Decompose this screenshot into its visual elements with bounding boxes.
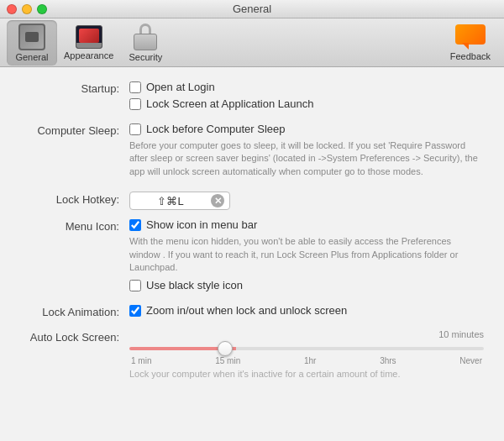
toolbar-item-general[interactable]: General [7,20,57,66]
auto-lock-row: Auto Lock Screen: 10 minutes 1 min 15 mi… [20,329,484,379]
show-icon-label: Show icon in menu bar [146,218,257,231]
slider-thumb[interactable] [218,341,233,356]
open-at-login-row: Open at Login [129,81,484,93]
computer-sleep-row: Computer Sleep: Lock before Computer Sle… [20,123,484,183]
tick-15min: 15 min [215,356,240,365]
sleep-helper-text: Before your computer goes to sleep, it w… [129,139,484,178]
slider-hint: Lock your computer when it's inactive fo… [129,369,484,379]
minimize-button[interactable] [22,4,32,14]
feedback-icon [455,24,486,50]
general-icon [18,24,45,50]
slider-container: 10 minutes 1 min 15 min 1hr 3hrs Never L… [129,329,484,379]
toolbar-item-appearance[interactable]: Appearance [57,22,120,64]
lock-animation-row: Lock Animation: Zoom in/out when lock an… [20,304,484,321]
auto-lock-label: Auto Lock Screen: [20,329,129,344]
security-icon [134,24,157,50]
zoom-animation-checkbox[interactable] [129,305,141,317]
tick-3hrs: 3hrs [380,356,396,365]
lock-hotkey-content: ⇧⌘L ✕ [129,192,484,210]
hotkey-value: ⇧⌘L [135,195,206,207]
menu-icon-row: Menu Icon: Show icon in menu bar With th… [20,218,484,296]
auto-lock-content: 10 minutes 1 min 15 min 1hr 3hrs Never L… [129,329,484,379]
menu-icon-label: Menu Icon: [20,218,129,233]
zoom-animation-label: Zoom in/out when lock and unlock screen [146,304,347,317]
hotkey-clear-button[interactable]: ✕ [211,194,224,207]
lock-hotkey-label: Lock Hotkey: [20,192,129,206]
slider-track [129,341,484,356]
toolbar-item-feedback[interactable]: Feedback [444,21,497,65]
title-bar: General [0,0,504,18]
startup-content: Open at Login Lock Screen at Application… [129,81,484,114]
slider-value: 10 minutes [129,329,484,339]
toolbar-security-label: Security [129,52,162,62]
computer-sleep-label: Computer Sleep: [20,123,129,137]
lock-animation-label: Lock Animation: [20,304,129,318]
toolbar: General Appearance Security Feedback [0,18,504,67]
lock-before-sleep-label: Lock before Computer Sleep [146,123,285,135]
window-controls [7,4,47,14]
black-icon-label: Use black style icon [146,279,243,291]
appearance-icon [76,25,102,49]
open-at-login-checkbox[interactable] [129,81,141,93]
lock-screen-launch-row: Lock Screen at Application Launch [129,97,484,110]
lock-before-sleep-checkbox[interactable] [129,123,141,135]
slider-ticks: 1 min 15 min 1hr 3hrs Never [129,356,484,365]
open-at-login-label: Open at Login [146,81,215,93]
hotkey-container[interactable]: ⇧⌘L ✕ [129,192,230,210]
tick-1hr: 1hr [304,356,316,365]
black-icon-checkbox[interactable] [129,280,141,291]
tick-1min: 1 min [131,356,151,365]
black-icon-row: Use black style icon [129,279,484,291]
toolbar-general-label: General [15,52,48,62]
startup-label: Startup: [20,81,129,95]
toolbar-item-security[interactable]: Security [120,20,171,66]
startup-row: Startup: Open at Login Lock Screen at Ap… [20,81,484,114]
window-title: General [233,3,271,15]
lock-screen-launch-checkbox[interactable] [129,98,141,110]
tick-never: Never [459,356,482,365]
main-content: Startup: Open at Login Lock Screen at Ap… [0,67,504,441]
show-icon-checkbox[interactable] [129,219,141,231]
menu-icon-content: Show icon in menu bar With the menu icon… [129,218,484,296]
menu-icon-helper-text: With the menu icon hidden, you won't be … [129,235,484,274]
lock-hotkey-row: Lock Hotkey: ⇧⌘L ✕ [20,192,484,210]
toolbar-feedback-label: Feedback [450,51,491,61]
maximize-button[interactable] [37,4,47,14]
lock-before-sleep-row: Lock before Computer Sleep [129,123,484,135]
lock-animation-content: Zoom in/out when lock and unlock screen [129,304,484,321]
lock-screen-launch-label: Lock Screen at Application Launch [146,97,313,110]
computer-sleep-content: Lock before Computer Sleep Before your c… [129,123,484,183]
show-icon-row: Show icon in menu bar [129,218,484,231]
slider-line [129,347,484,350]
zoom-animation-row: Zoom in/out when lock and unlock screen [129,304,484,317]
close-button[interactable] [7,4,17,14]
toolbar-appearance-label: Appearance [64,50,113,60]
